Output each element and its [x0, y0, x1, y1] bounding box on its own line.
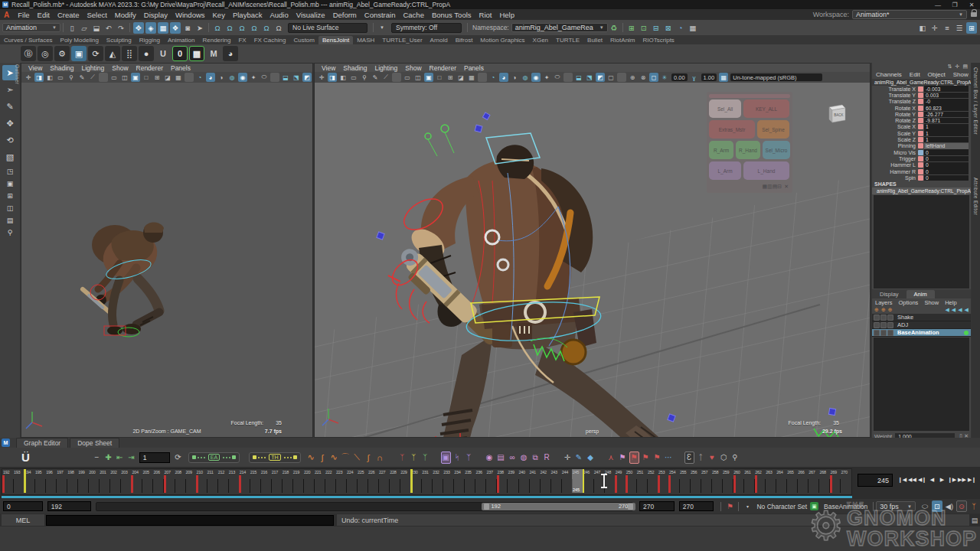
timeline-frame[interactable]: 270 — [840, 469, 851, 494]
layer-mute-toggle[interactable] — [874, 330, 880, 336]
save-scene-icon[interactable]: ⬓ — [91, 22, 102, 34]
timeline-frame[interactable]: 241 — [529, 469, 540, 494]
channel-value[interactable]: 60.823 — [924, 105, 969, 111]
timeline-frame[interactable]: 201 — [99, 469, 109, 494]
viewport-toolbar-icon[interactable]: ◍ — [227, 73, 237, 82]
layer-mute-toggle[interactable] — [874, 322, 880, 328]
shelf-playblast-button[interactable]: ▦ — [189, 46, 204, 61]
timeline-frame[interactable]: 198 — [67, 469, 77, 494]
go-to-end-button[interactable]: ▶❙ — [967, 473, 977, 487]
channel-row[interactable]: Micro Vis 0 — [872, 149, 971, 155]
animation-end-field[interactable]: 270 — [679, 501, 714, 511]
viewport-menu-item[interactable]: Lighting — [371, 64, 401, 72]
channel-key-indicator[interactable] — [918, 86, 923, 92]
viewport-toolbar-icon[interactable]: ◪ — [163, 73, 172, 82]
picker-button[interactable]: Sel_All — [709, 99, 741, 118]
make-live-icon[interactable]: Ω — [273, 22, 284, 34]
shelf-tab[interactable]: FX — [234, 36, 250, 44]
current-anim-layer[interactable]: BaseAnimation — [824, 503, 867, 510]
layout-outliner-pane[interactable]: ▤ — [2, 215, 18, 226]
timeline-frame[interactable]: 220 — [303, 469, 314, 494]
red-pose-figure-icon[interactable]: ᛉ — [397, 452, 407, 464]
scale-tool[interactable]: ▧ — [2, 149, 18, 165]
layer-solo-toggle[interactable] — [880, 330, 887, 336]
picker-button[interactable]: Sel_Micro — [763, 141, 790, 159]
menu-item[interactable]: Visualize — [292, 11, 329, 19]
channel-row[interactable]: Rotate Z -9.871 — [872, 117, 971, 123]
viewport-toolbar-icon[interactable]: ⟋ — [381, 73, 390, 82]
wishbone-icon[interactable]: ⋏ — [606, 452, 616, 464]
timeline-frame[interactable]: 222 — [325, 469, 335, 494]
layer-mute-toggle[interactable] — [874, 315, 880, 321]
rotate-tool[interactable]: ⟲ — [2, 132, 18, 148]
channel-key-indicator[interactable] — [918, 124, 923, 129]
viewport-toolbar-icon[interactable]: ▭ — [56, 73, 65, 82]
menu-item[interactable]: Audio — [266, 11, 292, 19]
viewport-toolbar-icon[interactable]: ▭ — [403, 73, 412, 82]
gamma-icon[interactable]: ɣ — [690, 73, 699, 82]
timeline-frame[interactable]: 211 — [207, 469, 217, 494]
anim-layer-row[interactable]: BaseAnimation — [872, 329, 971, 337]
keyframe-tick[interactable] — [755, 475, 757, 493]
keyframe-tick[interactable] — [2, 475, 5, 493]
redo-icon[interactable]: ↷ — [116, 22, 126, 34]
viewport-toolbar-icon[interactable]: ✛ — [24, 73, 33, 82]
open-scene-icon[interactable]: ▱ — [79, 22, 90, 34]
shelf-m-button[interactable]: M — [206, 46, 221, 61]
layout-single-pane[interactable]: ▣ — [2, 178, 18, 189]
bookmark-icon[interactable]: ⚑ — [618, 452, 628, 464]
viewport-toolbar-icon[interactable]: ◑ — [217, 73, 226, 82]
more-dots-icon[interactable]: ⋯ — [664, 452, 674, 464]
spacer[interactable] — [597, 452, 605, 464]
menuset-dropdown[interactable]: Animation ▼ — [2, 23, 60, 32]
shelf-tab[interactable]: TURTLE_User — [378, 36, 426, 44]
exposure-field[interactable]: 0.00 — [671, 73, 688, 81]
channel-key-indicator[interactable] — [918, 162, 923, 168]
snap-plane-icon[interactable]: Ω — [249, 22, 260, 34]
timeline-frame[interactable]: 200 — [88, 469, 99, 494]
viewport-toolbar-icon[interactable]: ◩ — [302, 73, 312, 82]
select-component-icon[interactable]: ▦ — [158, 22, 168, 34]
last-tool[interactable]: ◳ — [2, 166, 18, 177]
menu-item[interactable]: Help — [495, 11, 518, 19]
bookmark-box-icon[interactable]: ⚑ — [641, 452, 651, 464]
zoom-tool[interactable]: ⚲ — [2, 227, 18, 238]
step-forward-frame-button[interactable]: ▶▶ — [957, 473, 967, 487]
viewport-toolbar-icon[interactable] — [270, 73, 279, 82]
modeling-toolkit-icon[interactable]: ◧ — [917, 22, 928, 34]
animation-picker-overlay[interactable]: Sel_AllKEY_ALL Extras_MstrSel_Spine R_Ar… — [707, 92, 792, 193]
spacer[interactable] — [432, 452, 439, 464]
shelf-mirror-button[interactable]: ⟳ — [88, 46, 103, 61]
viewport-toolbar-icon[interactable] — [564, 73, 573, 82]
shelf-tab[interactable]: Sculpting — [103, 36, 136, 44]
timeline-frame[interactable]: 257 — [701, 469, 711, 494]
blue-diamond-icon[interactable]: ◆ — [586, 452, 596, 464]
channel-value[interactable]: -0 — [924, 99, 969, 105]
shelf-tab[interactable]: Poly Modeling — [57, 36, 103, 44]
search-icon[interactable]: ⚲ — [730, 452, 740, 464]
hexagon-icon[interactable]: ⬡ — [719, 452, 729, 464]
layer-editor-tab[interactable]: Display — [872, 290, 906, 298]
camera-viewport[interactable]: ViewShadingLightingShowRendererPanels ✛◨… — [21, 63, 313, 438]
anim-layer-row[interactable]: Shake — [872, 314, 971, 321]
editor-tab[interactable]: Graph Editor — [16, 438, 68, 448]
perspective-viewport-canvas[interactable]: BACK Sel_AllKEY_ALL Extras_MstrSel_Spine… — [315, 83, 870, 437]
timeline-frame[interactable]: 265 — [786, 469, 797, 494]
menu-item[interactable]: Riot — [475, 11, 496, 19]
shelf-tab[interactable]: FX Caching — [250, 36, 290, 44]
tween-step-field[interactable]: 1 — [139, 452, 170, 463]
viewport-toolbar-icon[interactable]: ⬭ — [553, 73, 562, 82]
timeline-frame[interactable]: 209 — [185, 469, 196, 494]
timeline-frame[interactable]: 202 — [109, 469, 120, 494]
channel-row[interactable]: Hammer L 0 — [872, 162, 971, 168]
viewport-toolbar-icon[interactable]: ▭ — [109, 73, 119, 82]
step-back-key-button[interactable]: ◀❙ — [917, 473, 927, 487]
channel-key-indicator[interactable] — [918, 137, 923, 142]
channel-row[interactable]: Trigger 0 — [872, 155, 971, 161]
channel-row[interactable]: Pinning leftHand — [872, 143, 971, 149]
timeline-frame[interactable]: 193 — [13, 469, 24, 494]
picker-button[interactable]: L_Hand — [743, 161, 789, 180]
playback-speech-icon[interactable]: ⬭ — [920, 500, 930, 512]
channel-row[interactable]: Rotate X 60.823 — [872, 105, 971, 111]
ipr-render-icon[interactable]: ⊡ — [639, 22, 649, 34]
